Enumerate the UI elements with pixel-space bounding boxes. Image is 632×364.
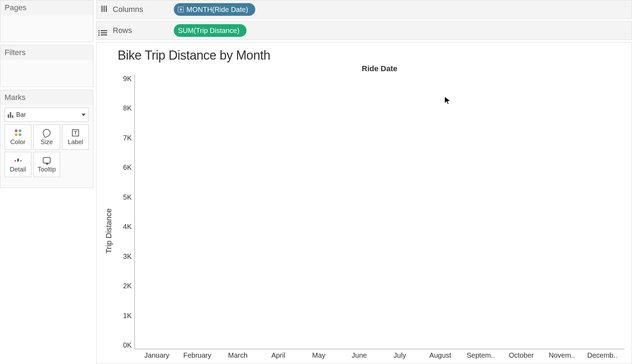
columns-shelf[interactable]: Columns + MONTH(Ride Date) bbox=[96, 0, 632, 19]
x-tick: July bbox=[380, 351, 420, 359]
marks-title: Marks bbox=[0, 90, 93, 105]
x-tick: Novem.. bbox=[541, 351, 582, 359]
bar-chart-icon bbox=[8, 112, 13, 118]
chart-view: Bike Trip Distance by Month Ride Date Tr… bbox=[96, 42, 632, 364]
y-tick: 6K bbox=[123, 163, 132, 171]
marks-color-button[interactable]: Color bbox=[5, 124, 31, 150]
expand-icon[interactable]: + bbox=[178, 7, 184, 12]
x-tick: Septem.. bbox=[461, 351, 501, 359]
marks-size-button[interactable]: Size bbox=[33, 124, 60, 150]
columns-icon bbox=[100, 6, 108, 14]
y-tick: 0K bbox=[123, 341, 132, 349]
y-tick: 8K bbox=[123, 104, 132, 112]
marks-detail-label: Detail bbox=[10, 166, 26, 173]
rows-icon bbox=[100, 26, 108, 35]
y-axis-ticks: 9K8K7K6K5K4K3K2K1K0K bbox=[115, 75, 134, 349]
marks-tooltip-label: Tooltip bbox=[38, 166, 56, 173]
rows-pill-sum-trip-distance[interactable]: SUM(Trip Distance) bbox=[174, 24, 246, 37]
y-tick: 3K bbox=[123, 252, 132, 261]
x-axis-ticks: JanuaryFebruaryMarchAprilMayJuneJulyAugu… bbox=[134, 349, 625, 359]
columns-pill-month-ride-date[interactable]: + MONTH(Ride Date) bbox=[174, 3, 255, 16]
x-tick: Decemb.. bbox=[582, 351, 623, 359]
x-tick: August bbox=[420, 351, 460, 359]
chart-x-header: Ride Date bbox=[134, 64, 625, 73]
marks-color-label: Color bbox=[10, 139, 25, 146]
y-tick: 9K bbox=[123, 75, 132, 83]
mark-type-label: Bar bbox=[16, 111, 26, 119]
rows-pill-label: SUM(Trip Distance) bbox=[178, 27, 239, 35]
marks-detail-button[interactable]: Detail bbox=[5, 152, 31, 177]
y-tick: 4K bbox=[123, 223, 132, 231]
x-tick: June bbox=[339, 351, 380, 359]
y-tick: 5K bbox=[123, 193, 132, 201]
tooltip-icon bbox=[43, 157, 51, 163]
x-tick: January bbox=[137, 351, 177, 359]
filters-shelf[interactable]: Filters bbox=[0, 45, 93, 87]
mark-type-dropdown[interactable]: Bar bbox=[5, 108, 89, 122]
y-tick: 2K bbox=[123, 282, 132, 290]
pages-title: Pages bbox=[0, 0, 93, 15]
chart-plot-area[interactable] bbox=[134, 75, 625, 349]
marks-label-label: Label bbox=[68, 139, 83, 146]
x-tick: March bbox=[218, 351, 258, 359]
x-tick: October bbox=[501, 351, 541, 359]
y-tick: 1K bbox=[123, 312, 132, 320]
chevron-down-icon bbox=[81, 114, 86, 116]
rows-shelf-label: Rows bbox=[113, 26, 169, 35]
color-icon bbox=[15, 129, 21, 136]
marks-card: Marks Bar Color Size bbox=[0, 90, 93, 188]
y-axis-label: Trip Distance bbox=[103, 75, 115, 359]
columns-shelf-label: Columns bbox=[113, 5, 169, 14]
marks-label-button[interactable]: T Label bbox=[62, 124, 89, 150]
label-icon: T bbox=[72, 129, 79, 136]
size-icon bbox=[41, 128, 52, 138]
chart-title[interactable]: Bike Trip Distance by Month bbox=[118, 48, 625, 63]
pages-shelf[interactable]: Pages bbox=[0, 0, 93, 42]
detail-icon bbox=[14, 159, 22, 162]
filters-title: Filters bbox=[0, 45, 93, 60]
x-tick: April bbox=[258, 351, 298, 359]
x-tick: February bbox=[177, 351, 217, 359]
marks-size-label: Size bbox=[40, 139, 53, 146]
rows-shelf[interactable]: Rows SUM(Trip Distance) bbox=[96, 21, 632, 40]
marks-tooltip-button[interactable]: Tooltip bbox=[33, 152, 60, 177]
columns-pill-label: MONTH(Ride Date) bbox=[186, 6, 248, 14]
y-tick: 7K bbox=[123, 134, 132, 142]
x-tick: May bbox=[298, 351, 339, 359]
